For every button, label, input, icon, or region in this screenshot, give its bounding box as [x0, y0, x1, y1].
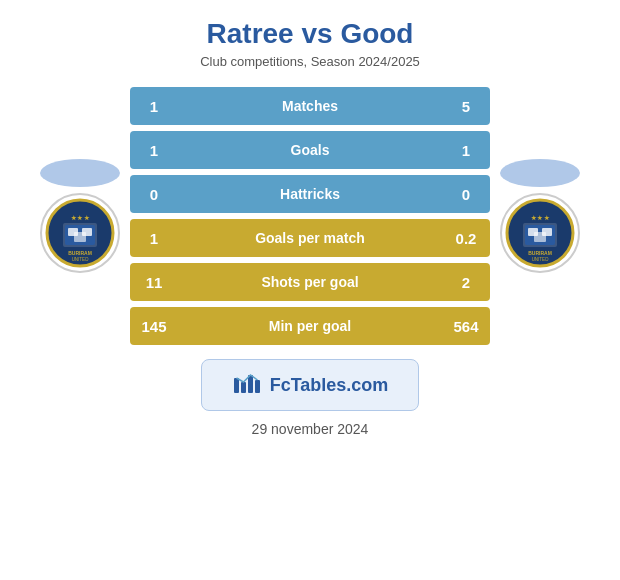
- stat-right-value: 0: [442, 175, 490, 213]
- stat-row: 1Matches5: [130, 87, 490, 125]
- svg-text:UNITED: UNITED: [532, 257, 550, 262]
- stat-right-value: 0.2: [442, 219, 490, 257]
- stat-right-value: 564: [442, 307, 490, 345]
- right-ellipse: [500, 159, 580, 187]
- left-ellipse: [40, 159, 120, 187]
- svg-text:★ ★ ★: ★ ★ ★: [531, 215, 550, 221]
- svg-rect-18: [234, 378, 239, 393]
- stat-label: Matches: [178, 87, 442, 125]
- svg-text:UNITED: UNITED: [72, 257, 90, 262]
- stat-label: Goals: [178, 131, 442, 169]
- stats-table: 1Matches51Goals10Hattricks01Goals per ma…: [130, 87, 490, 345]
- stat-left-value: 145: [130, 307, 178, 345]
- stat-left-value: 1: [130, 131, 178, 169]
- date-label: 29 november 2024: [252, 421, 369, 437]
- stat-right-value: 2: [442, 263, 490, 301]
- svg-text:BURIRAM: BURIRAM: [528, 250, 552, 256]
- svg-rect-21: [255, 380, 260, 393]
- right-logo: ★ ★ ★ BURIRAM UNITED: [500, 193, 580, 273]
- svg-text:★ ★ ★: ★ ★ ★: [71, 215, 90, 221]
- stat-left-value: 1: [130, 219, 178, 257]
- fctables-label: FcTables.com: [270, 375, 389, 396]
- main-container: Ratree vs Good Club competitions, Season…: [0, 0, 620, 580]
- stat-left-value: 11: [130, 263, 178, 301]
- stat-label: Hattricks: [178, 175, 442, 213]
- stat-right-value: 1: [442, 131, 490, 169]
- fctables-badge: FcTables.com: [201, 359, 420, 411]
- page-title: Ratree vs Good: [207, 18, 414, 50]
- left-logo: ★ ★ ★ BURIRAM UNITED: [40, 193, 120, 273]
- stat-row: 1Goals per match0.2: [130, 219, 490, 257]
- main-row: ★ ★ ★ BURIRAM UNITED 1Matches51Goals10Ha…: [10, 87, 610, 345]
- svg-text:BURIRAM: BURIRAM: [68, 250, 92, 256]
- svg-rect-6: [74, 232, 86, 242]
- stat-left-value: 0: [130, 175, 178, 213]
- left-team: ★ ★ ★ BURIRAM UNITED: [30, 159, 130, 273]
- stat-right-value: 5: [442, 87, 490, 125]
- stat-row: 1Goals1: [130, 131, 490, 169]
- stat-row: 11Shots per goal2: [130, 263, 490, 301]
- stat-label: Shots per goal: [178, 263, 442, 301]
- svg-rect-15: [534, 232, 546, 242]
- stat-row: 0Hattricks0: [130, 175, 490, 213]
- bottom-section: FcTables.com 29 november 2024: [201, 359, 420, 437]
- stat-label: Goals per match: [178, 219, 442, 257]
- stat-row: 145Min per goal564: [130, 307, 490, 345]
- subtitle: Club competitions, Season 2024/2025: [200, 54, 420, 69]
- stat-label: Min per goal: [178, 307, 442, 345]
- svg-rect-19: [241, 382, 246, 393]
- right-team: ★ ★ ★ BURIRAM UNITED: [490, 159, 590, 273]
- stat-left-value: 1: [130, 87, 178, 125]
